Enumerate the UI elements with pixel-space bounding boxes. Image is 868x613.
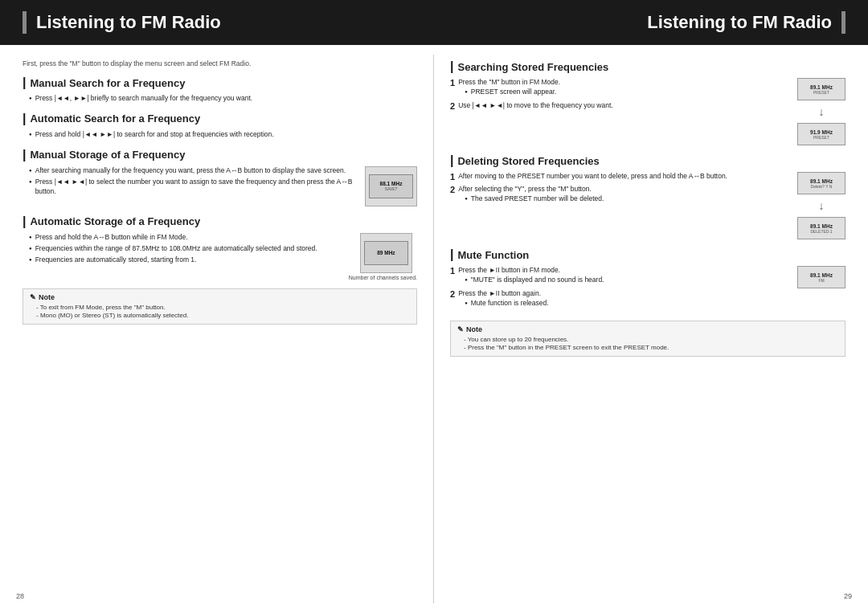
right-header: Listening to FM Radio xyxy=(434,0,868,45)
headers: Listening to FM Radio Listening to FM Ra… xyxy=(0,0,868,45)
searching-stored-section: Searching Stored Frequencies 1 Press the… xyxy=(450,59,845,145)
left-note-item-2: Mono (MO) or Stereo (ST) is automaticall… xyxy=(30,312,410,319)
left-page: First, press the "M" button to display t… xyxy=(0,55,434,603)
searching-stored-content: 1 Press the "M" button in FM Mode. PRESE… xyxy=(450,78,845,145)
deleting-stored-content: 1 After moving to the PRESET number you … xyxy=(450,172,845,239)
searching-img-1: 89.1 MHz PRESET xyxy=(797,78,845,100)
intro-text: First, press the "M" button to display t… xyxy=(23,59,417,67)
auto-storage-content: Press and hold the A↔B button while in F… xyxy=(23,233,417,280)
deleting-stored-section: Deleting Stored Frequencies 1 After movi… xyxy=(450,153,845,239)
deleting-img-2: 89.1 MHz DELETED:1 xyxy=(797,217,845,239)
mute-step-2: 2 Press the ►II button again. Mute funct… xyxy=(450,289,791,310)
page-container: Listening to FM Radio Listening to FM Ra… xyxy=(0,0,868,613)
right-page: Searching Stored Frequencies 1 Press the… xyxy=(434,55,868,603)
auto-storage-bullets: Press and hold the A↔B button while in F… xyxy=(23,233,342,267)
searching-img-2: 91.9 MHz PRESET xyxy=(797,123,845,145)
left-note-item-1: To exit from FM Mode, press the "M" butt… xyxy=(30,304,410,311)
right-note-item-1: You can store up to 20 frequencies. xyxy=(457,336,838,343)
manual-storage-screen: 88.1 MHz SAVE? xyxy=(369,174,413,198)
deleting-step-1: 1 After moving to the PRESET number you … xyxy=(450,172,791,182)
auto-storage-bullet-1: Press and hold the A↔B button while in F… xyxy=(23,233,342,243)
auto-storage-images: 89 MHz Number of channels saved. xyxy=(349,233,417,280)
content-area: First, press the "M" button to display t… xyxy=(0,45,868,613)
arrow-down-2: ↓ xyxy=(797,199,845,212)
searching-images: 89.1 MHz PRESET ↓ 91.9 MHz PRESET xyxy=(797,78,845,145)
auto-storage-bullet-3: Frequencies are automatically stored, st… xyxy=(23,255,342,265)
mute-step-1: 1 Press the ►II button in FM mode. "MUTE… xyxy=(450,266,791,287)
left-note-box: ✎ Note To exit from FM Mode, press the "… xyxy=(23,288,417,325)
manual-storage-content: After searching manually for the frequen… xyxy=(23,166,417,206)
left-header: Listening to FM Radio xyxy=(0,0,434,45)
manual-search-title: Manual Search for a Frequency xyxy=(23,76,417,90)
mute-img-1: 89.1 MHz FM xyxy=(797,266,845,288)
mute-step-2-bullet: Mute function is released. xyxy=(458,299,548,309)
auto-storage-device: 89 MHz xyxy=(360,233,412,273)
deleting-step-2: 2 After selecting the "Y", press the "M"… xyxy=(450,185,791,206)
right-note-icon: ✎ xyxy=(457,325,464,333)
manual-search-bullet: Press |◄◄, ►►| briefly to search manuall… xyxy=(23,94,417,104)
searching-step-2: 2 Use |◄◄ ►◄| to move to the frequency y… xyxy=(450,101,791,112)
auto-search-section: Automatic Search for a Frequency Press a… xyxy=(23,112,417,140)
searching-step-1: 1 Press the "M" button in FM Mode. PRESE… xyxy=(450,78,791,99)
number-channels-label: Number of channels saved. xyxy=(349,275,417,280)
right-page-number: 29 xyxy=(844,592,852,600)
auto-storage-section: Automatic Storage of a Frequency Press a… xyxy=(23,215,417,280)
manual-storage-bullet-2: Press |◄◄ ►◄| to select the number you w… xyxy=(23,178,358,197)
manual-search-section: Manual Search for a Frequency Press |◄◄,… xyxy=(23,76,417,104)
deleting-step-2-bullet: The saved PRESET number will be deleted. xyxy=(458,194,604,204)
deleting-stored-steps: 1 After moving to the PRESET number you … xyxy=(450,172,791,208)
left-note-title: ✎ Note xyxy=(30,293,410,301)
arrow-down-1: ↓ xyxy=(797,105,845,118)
mute-function-title: Mute Function xyxy=(450,247,845,262)
right-note-title: ✎ Note xyxy=(457,325,838,333)
right-title: Listening to FM Radio xyxy=(647,12,832,33)
deleting-img-1: 89.1 MHz Delete? Y N xyxy=(797,172,845,194)
auto-storage-bullet-2: Frequencies within the range of 87.5MHz … xyxy=(23,244,342,254)
manual-storage-section: Manual Storage of a Frequency After sear… xyxy=(23,148,417,206)
note-icon: ✎ xyxy=(30,293,36,301)
auto-storage-screen: 89 MHz xyxy=(364,241,408,265)
mute-step-1-bullet: "MUTE" is displayed and no sound is hear… xyxy=(458,276,604,285)
mute-function-section: Mute Function 1 Press the ►II button in … xyxy=(450,247,845,313)
auto-search-title: Automatic Search for a Frequency xyxy=(23,112,417,126)
mute-images: 89.1 MHz FM xyxy=(797,266,845,288)
auto-search-bullet: Press and hold |◄◄ ►►| to search for and… xyxy=(23,130,417,140)
left-page-number: 28 xyxy=(16,592,24,600)
manual-storage-title: Manual Storage of a Frequency xyxy=(23,148,417,162)
right-note-item-2: Press the "M" button in the PRESET scree… xyxy=(457,344,838,351)
mute-function-content: 1 Press the ►II button in FM mode. "MUTE… xyxy=(450,266,845,313)
searching-stored-steps: 1 Press the "M" button in FM Mode. PRESE… xyxy=(450,78,791,114)
right-note-box: ✎ Note You can store up to 20 frequencie… xyxy=(450,321,845,357)
searching-step-1-bullet: PRESET screen will appear. xyxy=(458,88,560,97)
manual-storage-bullets: After searching manually for the frequen… xyxy=(23,166,358,198)
manual-storage-device: 88.1 MHz SAVE? xyxy=(365,166,417,206)
deleting-images: 89.1 MHz Delete? Y N ↓ 89.1 MHz DELETED:… xyxy=(797,172,845,239)
deleting-stored-title: Deleting Stored Frequencies xyxy=(450,153,845,168)
mute-steps: 1 Press the ►II button in FM mode. "MUTE… xyxy=(450,266,791,313)
left-title: Listening to FM Radio xyxy=(36,12,221,33)
auto-storage-title: Automatic Storage of a Frequency xyxy=(23,215,417,229)
searching-stored-title: Searching Stored Frequencies xyxy=(450,59,845,74)
manual-storage-bullet-1: After searching manually for the frequen… xyxy=(23,166,358,176)
